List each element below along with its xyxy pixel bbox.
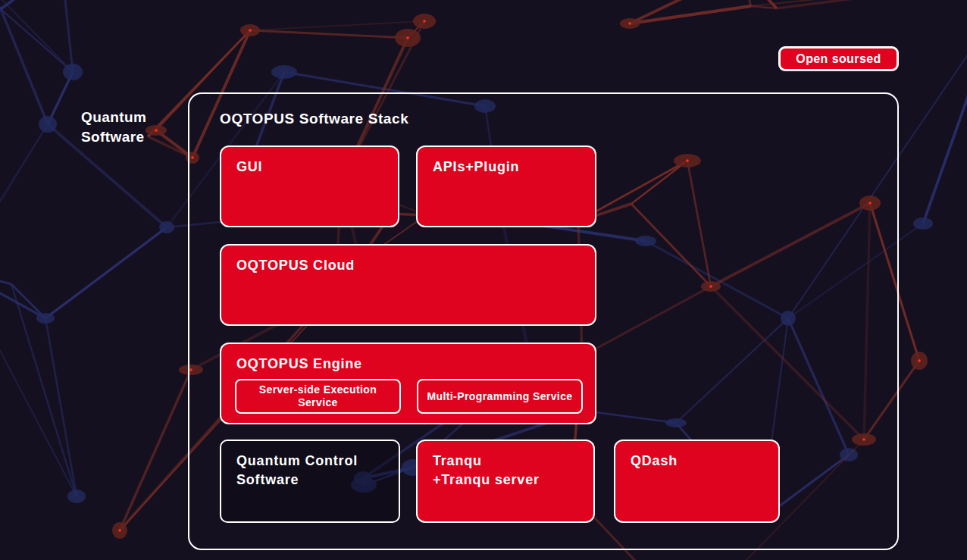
quantum-software-label-line2: Software	[81, 127, 146, 147]
gui-box-label: GUI	[221, 147, 398, 177]
tranqu-label-line2: +Tranqu server	[433, 471, 578, 490]
qdash-box-label: QDash	[615, 441, 778, 471]
quantum-control-software-box: Quantum Control Software	[220, 440, 400, 523]
tranqu-label-line1: Tranqu	[433, 452, 578, 471]
oqtopus-stack-panel: OQTOPUS Software Stack GUI APIs+Plugin O…	[188, 92, 899, 550]
apis-plugin-box: APIs+Plugin	[416, 145, 596, 227]
server-side-execution-service-box: Server-side Execution Service	[235, 379, 401, 414]
quantum-software-label-line1: Quantum	[81, 108, 146, 127]
gui-box: GUI	[220, 145, 399, 227]
open-sourced-badge-label: Open soursed	[796, 52, 881, 66]
tranqu-box-label: Tranqu +Tranqu server	[418, 441, 593, 490]
oqtopus-cloud-box: OQTOPUS Cloud	[220, 244, 596, 326]
slide-canvas: Open soursed Quantum Software OQTOPUS So…	[0, 0, 967, 560]
multi-programming-service-box: Multi-Programming Service	[417, 379, 583, 414]
oqtopus-cloud-box-label: OQTOPUS Cloud	[221, 246, 595, 275]
multi-programming-service-label: Multi-Programming Service	[427, 390, 572, 403]
qdash-box: QDash	[614, 440, 780, 523]
quantum-software-label: Quantum Software	[81, 108, 146, 147]
apis-plugin-box-label: APIs+Plugin	[418, 147, 595, 177]
quantum-control-software-label: Quantum Control Software	[221, 441, 399, 490]
tranqu-box: Tranqu +Tranqu server	[416, 440, 595, 523]
stack-title: OQTOPUS Software Stack	[220, 111, 408, 127]
open-sourced-badge: Open soursed	[778, 46, 899, 71]
oqtopus-engine-box: OQTOPUS Engine Server-side Execution Ser…	[220, 343, 596, 424]
oqtopus-engine-box-label: OQTOPUS Engine	[221, 344, 595, 374]
server-side-execution-service-label: Server-side Execution Service	[244, 383, 392, 409]
